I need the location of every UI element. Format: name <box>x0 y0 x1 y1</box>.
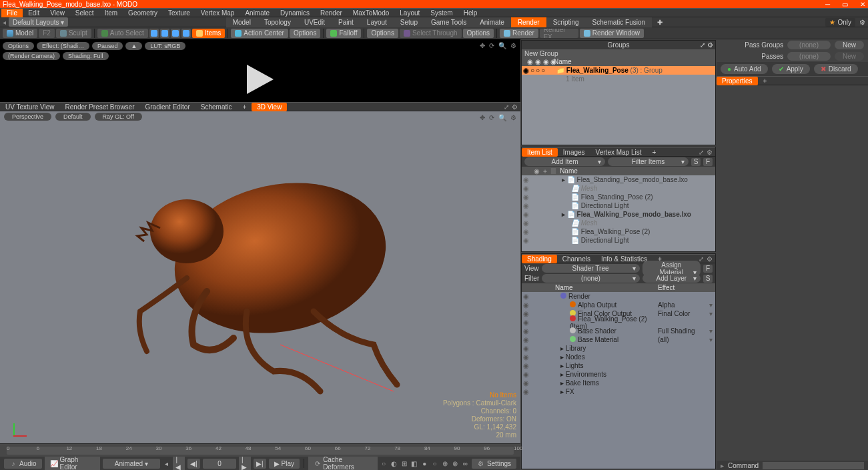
shader-row[interactable]: ◉▸ Nodes <box>522 353 715 361</box>
component-icon[interactable] <box>149 29 159 38</box>
item-row[interactable]: ◉▸ 📄 Flea_Walking_Pose_modo_base.lxo <box>522 210 715 219</box>
gear-icon[interactable]: ⚙ <box>707 255 713 263</box>
groups-list[interactable]: ◉○○○ 📁 Flea_Walking_Pose (3) : Group 1 I… <box>522 66 715 145</box>
render-window-button[interactable]: Render Window <box>580 29 644 38</box>
preview-pill[interactable]: Effect: (Shadi… <box>37 42 89 50</box>
shading-tab[interactable]: Channels <box>557 255 596 263</box>
item-row[interactable]: ◉📄 Directional Light <box>522 236 715 245</box>
layout-tab-uvedit[interactable]: UVEdit <box>298 17 332 27</box>
graph-editor-button[interactable]: 📈Graph Editor <box>45 455 100 470</box>
layout-tab-scripting[interactable]: Scripting <box>546 17 586 27</box>
only-toggle[interactable]: Only <box>825 18 855 27</box>
viewport-pill[interactable]: Default <box>55 113 91 121</box>
shader-row[interactable]: ◉▸ Lights <box>522 361 715 370</box>
menu-edit[interactable]: Edit <box>23 9 45 17</box>
preview-pill[interactable]: LUT: sRGB <box>145 42 185 50</box>
expand-icon[interactable]: ⤢ <box>699 255 704 263</box>
timeline-track[interactable]: 06121824303642485460667278849096100 <box>7 447 514 455</box>
shading-tab[interactable]: Shading <box>522 255 557 263</box>
menu-file[interactable]: File <box>1 9 23 17</box>
viewport-pill[interactable]: Ray GL: Off <box>95 113 142 121</box>
viewport-tab[interactable]: Render Preset Browser <box>60 103 140 111</box>
maximize-button[interactable]: ▭ <box>842 1 848 8</box>
itemlist-tab[interactable]: Item List <box>522 148 558 157</box>
tool-icon[interactable]: ∞ <box>462 460 469 467</box>
layout-tab-animate[interactable]: Animate <box>473 17 511 27</box>
menu-system[interactable]: System <box>425 9 458 17</box>
s-button[interactable]: S <box>691 158 701 166</box>
itemlist-tab[interactable]: + <box>647 148 662 157</box>
viewport-tab[interactable]: Schematic <box>195 103 238 111</box>
move-icon[interactable]: ✥ <box>480 42 485 49</box>
cache-deformers-button[interactable]: ⟳Cache Deformers <box>308 455 378 470</box>
tool-icon[interactable]: ○ <box>431 460 438 467</box>
new-pass-button[interactable]: New <box>835 52 864 61</box>
menu-vertex-map[interactable]: Vertex Map <box>195 9 240 17</box>
layout-tab-topology[interactable]: Topology <box>258 17 298 27</box>
item-row[interactable]: ◉📄 Directional Light <box>522 201 715 210</box>
move-icon[interactable]: ✥ <box>480 114 485 121</box>
shader-row[interactable]: ◉Alpha OutputAlpha▾ <box>522 301 715 309</box>
expand-icon[interactable]: ⤢ <box>504 103 509 111</box>
menu-select[interactable]: Select <box>70 9 99 17</box>
group-row[interactable]: ◉○○○ 📁 Flea_Walking_Pose (3) : Group <box>522 66 715 75</box>
options3-button[interactable]: Options <box>463 29 494 38</box>
falloff-button[interactable]: Falloff <box>326 29 361 38</box>
play-button[interactable]: ▶ Play <box>269 459 300 469</box>
layout-tab-model[interactable]: Model <box>226 17 258 27</box>
tool-icon[interactable]: ⊗ <box>451 460 458 467</box>
model-mode-button[interactable]: Model <box>3 29 37 38</box>
menu-animate[interactable]: Animate <box>240 9 275 17</box>
command-input[interactable] <box>763 462 864 469</box>
component-icon[interactable] <box>181 29 191 38</box>
add-layout-icon[interactable]: ✚ <box>652 17 668 27</box>
tool-icon[interactable]: ◧ <box>410 460 418 467</box>
new-passgroup-button[interactable]: New <box>835 41 864 49</box>
menu-item[interactable]: Item <box>99 9 123 17</box>
s-button[interactable]: S <box>703 275 713 283</box>
passes-select[interactable]: (none) <box>787 52 831 61</box>
tool-icon[interactable]: ◐ <box>390 460 398 467</box>
settings-button[interactable]: ⚙Settings <box>472 459 516 469</box>
minimize-button[interactable]: ─ <box>825 1 830 8</box>
items-mode-button[interactable]: Items <box>192 29 225 38</box>
shader-row[interactable]: ◉▸ Library <box>522 344 715 353</box>
viewport-tab[interactable]: + <box>237 103 252 111</box>
sculpt-button[interactable]: Sculpt <box>56 29 91 38</box>
rotate-icon[interactable]: ⟳ <box>489 114 494 121</box>
preview-pill[interactable]: Paused <box>92 42 123 50</box>
next-frame-button[interactable]: |▶ <box>239 455 251 470</box>
shader-row[interactable]: ◉▸ FX <box>522 387 715 396</box>
gear-icon[interactable]: ⚙ <box>512 103 518 111</box>
item-row[interactable]: ◉📄 Flea_Walking_Pose (2) <box>522 227 715 236</box>
preview-pill[interactable]: Options <box>3 42 34 50</box>
itemlist-body[interactable]: ◉▸ 📄 Flea_Standing_Pose_modo_base.lxo◉📄 … <box>522 175 715 251</box>
add-item-dropdown[interactable]: Add Item <box>524 157 605 166</box>
shader-row[interactable]: ◉Base ShaderFull Shading▾ <box>522 327 715 335</box>
layout-tab-schematic-fusion[interactable]: Schematic Fusion <box>586 17 652 27</box>
action-center-button[interactable]: Action Center <box>231 29 288 38</box>
animated-dropdown[interactable]: Animated ▾ <box>103 459 160 469</box>
expand-icon[interactable]: ⤢ <box>700 41 705 49</box>
properties-tab[interactable]: Properties <box>717 77 758 85</box>
pass-groups-select[interactable]: (none) <box>787 41 831 49</box>
f-button[interactable]: F <box>703 265 713 273</box>
viewport-tab[interactable]: 3D View <box>252 103 287 111</box>
menu-help[interactable]: Help <box>458 9 483 17</box>
audio-button[interactable]: ♪Audio <box>4 459 42 469</box>
shader-row[interactable]: ◉Base Material(all)▾ <box>522 335 715 344</box>
itemlist-tab[interactable]: Images <box>558 148 590 157</box>
layout-tab-render[interactable]: Render <box>511 17 546 27</box>
zoom-icon[interactable]: 🔍 <box>498 114 506 121</box>
filter-items-dropdown[interactable]: Filter Items <box>608 157 689 166</box>
render-button[interactable]: Render <box>500 29 538 38</box>
f-button[interactable]: F <box>703 158 713 166</box>
item-row[interactable]: ◉📄 Flea_Standing_Pose (2) <box>522 193 715 201</box>
auto-add-button[interactable]: Auto Add <box>721 64 768 74</box>
play-icon[interactable] <box>247 65 274 94</box>
first-frame-button[interactable]: |◀ <box>173 455 185 470</box>
shader-row[interactable]: ◉▸ Bake Items <box>522 379 715 387</box>
new-group-button[interactable]: New Group <box>522 49 715 57</box>
menu-layout[interactable]: Layout <box>394 9 425 17</box>
apply-button[interactable]: Apply <box>772 64 810 74</box>
